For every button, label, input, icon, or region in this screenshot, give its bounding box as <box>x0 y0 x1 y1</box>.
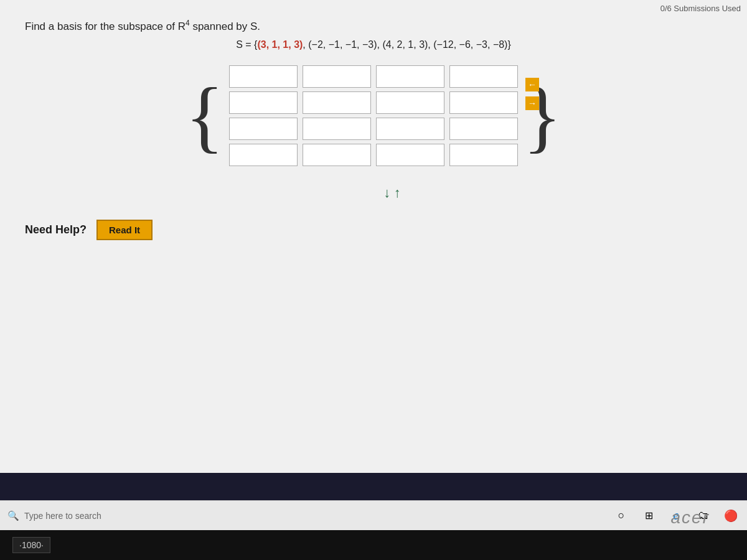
acer-logo-text: acer <box>671 508 710 527</box>
cell-2-3[interactable] <box>376 91 444 114</box>
cell-1-4[interactable] <box>449 65 518 88</box>
matrix-row-1 <box>229 65 518 88</box>
search-icon: 🔍 <box>7 510 19 521</box>
search-input-label[interactable]: Type here to search <box>24 511 101 521</box>
separator-1: , (−2, −1, −1, −3), (4, 2, 1, 3), (−12, … <box>303 39 510 50</box>
desktop-taskbar-icon[interactable]: ⊞ <box>640 507 657 525</box>
resolution-badge: ·1080· <box>12 537 50 553</box>
cell-3-4[interactable] <box>449 118 518 140</box>
main-content: 0/6 Submissions Used Find a basis for th… <box>0 0 747 473</box>
need-help-section: Need Help? Read It <box>25 220 722 240</box>
arrow-right-button[interactable]: → <box>525 96 539 110</box>
matrix-row-2 <box>229 91 518 114</box>
matrix-row-4 <box>229 144 518 166</box>
right-arrow-icon: → <box>528 98 537 108</box>
submissions-used-text: 0/6 Submissions Used <box>660 4 741 13</box>
cell-1-2[interactable] <box>303 65 371 88</box>
cell-3-1[interactable] <box>229 118 298 140</box>
vector-1: (3, 1, 1, 3) <box>257 39 303 50</box>
cell-3-2[interactable] <box>303 118 371 140</box>
vertical-arrows: ↓ ↑ <box>62 185 722 201</box>
matrix-wrapper: { <box>25 65 722 166</box>
superscript: 4 <box>186 19 190 27</box>
cell-4-2[interactable] <box>303 144 371 166</box>
bottom-bar: ·1080· <box>0 530 747 560</box>
row-arrow-controls: ← → <box>525 78 539 110</box>
desktop-icon: ⊞ <box>645 510 653 521</box>
cell-1-3[interactable] <box>376 65 444 88</box>
acer-logo: acer <box>671 508 710 528</box>
cell-2-4[interactable] <box>449 91 518 114</box>
question-title: Find a basis for the subspace of R4 span… <box>25 19 722 33</box>
question-title-text: Find a basis for the subspace of R <box>25 21 186 32</box>
arrow-left-button[interactable]: ← <box>525 78 539 91</box>
submissions-used: 0/6 Submissions Used <box>660 4 741 13</box>
question-suffix: spanned by S. <box>190 21 260 32</box>
chrome-taskbar-icon[interactable]: 🔴 <box>722 507 740 525</box>
left-brace: { <box>186 75 224 156</box>
read-it-button[interactable]: Read It <box>96 220 153 240</box>
left-arrow-icon: ← <box>528 80 537 90</box>
circle-taskbar-icon[interactable]: ○ <box>613 507 630 525</box>
taskbar: 🔍 Type here to search ○ ⊞ e 🗂 🔴 <box>0 500 747 530</box>
matrix-row-3 <box>229 118 518 140</box>
cell-2-2[interactable] <box>303 91 371 114</box>
set-equation: S = {(3, 1, 1, 3), (−2, −1, −1, −3), (4,… <box>25 39 722 50</box>
up-arrow-icon: ↑ <box>394 185 401 200</box>
circle-icon: ○ <box>618 509 625 522</box>
matrix-and-controls: ← → <box>229 65 518 166</box>
chrome-icon: 🔴 <box>724 509 738 523</box>
cell-4-4[interactable] <box>449 144 518 166</box>
cell-2-1[interactable] <box>229 91 298 114</box>
matrix-grid <box>229 65 518 166</box>
cell-4-1[interactable] <box>229 144 298 166</box>
cell-3-3[interactable] <box>376 118 444 140</box>
set-s-label: S = { <box>236 39 257 50</box>
cell-4-3[interactable] <box>376 144 444 166</box>
cell-1-1[interactable] <box>229 65 298 88</box>
down-arrow-icon: ↓ <box>383 185 390 200</box>
need-help-label: Need Help? <box>25 223 87 236</box>
